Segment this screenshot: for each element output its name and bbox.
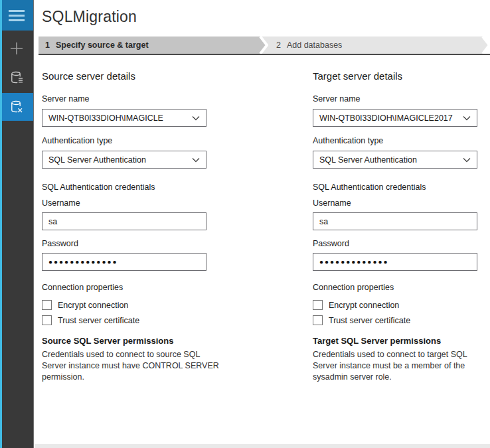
source-connection-properties-label: Connection properties	[42, 283, 248, 292]
wizard-stepbar: 1 Specify source & target 2 Add database…	[39, 37, 490, 54]
checkbox-unchecked[interactable]	[313, 315, 323, 325]
source-server-name-select[interactable]: WIN-QTB0I33DIOH\IMAGICLE	[42, 109, 206, 127]
target-permissions-text: Credentials used to connect to target SQ…	[313, 349, 490, 383]
checkbox-unchecked[interactable]	[42, 300, 52, 310]
source-auth-type-select[interactable]: SQL Server Authentication	[42, 151, 206, 169]
step-end-chevron-icon	[480, 37, 490, 54]
source-encrypt-label: Encrypt connection	[58, 301, 128, 310]
source-trust-certificate-checkbox-row[interactable]: Trust server certificate	[42, 315, 248, 325]
source-password-input[interactable]	[42, 253, 206, 271]
target-auth-type-label: Authentication type	[313, 136, 490, 145]
step-separator-chevron-icon	[258, 37, 268, 54]
target-trust-label: Trust server certificate	[329, 316, 410, 325]
target-server-name-label: Server name	[313, 94, 490, 104]
target-username-label: Username	[313, 198, 490, 208]
specify-source-target-form: Source server details Server name WIN-QT…	[35, 55, 490, 383]
target-encrypt-label: Encrypt connection	[329, 301, 399, 310]
plus-icon	[9, 41, 24, 56]
source-username-input[interactable]	[42, 212, 206, 230]
chevron-down-icon	[463, 115, 471, 121]
step-number: 1	[45, 40, 50, 50]
chevron-down-icon	[192, 115, 200, 121]
chevron-down-icon	[192, 157, 200, 163]
source-server-name-label: Server name	[42, 94, 248, 104]
source-column: Source server details Server name WIN-QT…	[42, 55, 248, 383]
wizard-step-2[interactable]: 2 Add databases	[268, 37, 480, 54]
page-title: SQLMigration	[42, 8, 137, 26]
chevron-down-icon	[463, 157, 471, 163]
checkbox-unchecked[interactable]	[313, 300, 323, 310]
target-username-input[interactable]	[313, 212, 477, 230]
database-list-icon	[9, 70, 25, 86]
checkbox-unchecked[interactable]	[42, 315, 52, 325]
target-column: Target server details Server name WIN-QT…	[313, 55, 490, 383]
main-area: SQLMigration 1 Specify source & target 2…	[35, 0, 490, 448]
source-password-label: Password	[42, 239, 248, 248]
hamburger-icon	[9, 10, 25, 21]
sidebar-accent-strip	[0, 0, 2, 448]
new-project-button[interactable]	[0, 35, 33, 62]
database-x-icon	[9, 100, 25, 115]
titlebar: SQLMigration	[35, 0, 490, 33]
source-credentials-label: SQL Authentication credentials	[42, 183, 248, 192]
bottom-status-strip	[35, 444, 490, 448]
target-server-name-select[interactable]: WIN-QTB0I33DIOH\IMAGICLE2017	[313, 109, 477, 127]
source-auth-type-label: Authentication type	[42, 136, 248, 145]
sidebar-item-migration-project[interactable]	[0, 93, 33, 121]
step-label: Add databases	[287, 40, 342, 50]
target-password-label: Password	[313, 239, 490, 248]
target-auth-type-select[interactable]: SQL Server Authentication	[313, 151, 477, 169]
target-auth-type-value: SQL Server Authentication	[319, 155, 463, 165]
target-password-input[interactable]	[313, 253, 477, 271]
target-encrypt-connection-checkbox-row[interactable]: Encrypt connection	[313, 300, 490, 310]
source-permissions-text: Credentials used to connect to source SQ…	[42, 349, 244, 383]
target-server-name-value: WIN-QTB0I33DIOH\IMAGICLE2017	[319, 113, 463, 123]
target-permissions-title: Target SQL Server permissions	[313, 336, 490, 346]
step-number: 2	[276, 40, 281, 50]
sidebar	[0, 0, 34, 448]
source-section-title: Source server details	[42, 70, 248, 82]
source-username-label: Username	[42, 198, 248, 208]
menu-button[interactable]	[0, 0, 33, 31]
sidebar-item-assessment-project[interactable]	[0, 64, 33, 92]
source-auth-type-value: SQL Server Authentication	[48, 155, 192, 165]
source-server-name-value: WIN-QTB0I33DIOH\IMAGICLE	[48, 113, 192, 123]
target-trust-certificate-checkbox-row[interactable]: Trust server certificate	[313, 315, 490, 325]
source-encrypt-connection-checkbox-row[interactable]: Encrypt connection	[42, 300, 248, 310]
step-label: Specify source & target	[56, 40, 149, 50]
wizard-step-1[interactable]: 1 Specify source & target	[39, 37, 258, 54]
target-credentials-label: SQL Authentication credentials	[313, 183, 490, 192]
target-connection-properties-label: Connection properties	[313, 283, 490, 292]
source-permissions-title: Source SQL Server permissions	[42, 336, 248, 346]
source-trust-label: Trust server certificate	[58, 316, 139, 325]
target-section-title: Target server details	[313, 70, 490, 82]
